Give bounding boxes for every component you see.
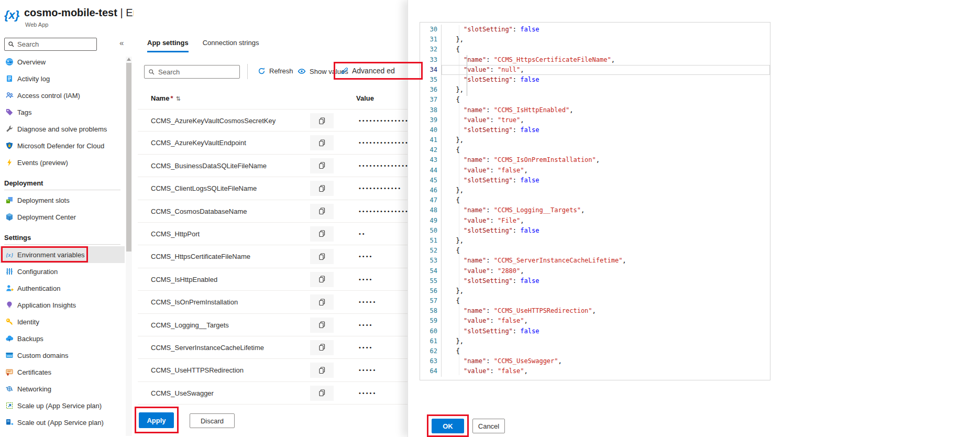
sidebar-item-label: Environment variables bbox=[17, 251, 85, 259]
refresh-icon bbox=[258, 67, 266, 75]
copy-icon bbox=[318, 184, 326, 193]
sidebar-item-label: Certificates bbox=[17, 368, 51, 376]
line-number: 45 bbox=[420, 176, 441, 185]
copy-name-button[interactable] bbox=[310, 386, 334, 401]
sidebar-item-label: Overview bbox=[17, 58, 46, 66]
environment-variables-page-icon: {x} bbox=[4, 8, 19, 22]
line-number: 56 bbox=[420, 286, 441, 296]
sidebar-item-tags[interactable]: Tags bbox=[0, 104, 125, 121]
sidebar-search-input[interactable] bbox=[17, 40, 91, 48]
masked-value: •••• bbox=[359, 268, 373, 291]
sidebar-item-label: Diagnose and solve problems bbox=[17, 125, 107, 133]
app-settings-search-box[interactable] bbox=[144, 65, 240, 79]
code-line-44: 44 "value": "false", bbox=[420, 166, 770, 176]
sidebar-item-deployment-slots[interactable]: Deployment slots bbox=[0, 192, 125, 209]
sidebar-item-access-control-iam[interactable]: Access control (IAM) bbox=[0, 87, 125, 104]
sidebar-item-scale-up-app-service-plan[interactable]: Scale up (App Service plan) bbox=[0, 397, 125, 414]
copy-name-button[interactable] bbox=[310, 340, 334, 355]
code-line-40: 40 "slotSetting": false bbox=[420, 125, 770, 135]
sidebar-item-authentication[interactable]: Authentication bbox=[0, 280, 125, 297]
sidebar-item-overview[interactable]: Overview bbox=[0, 53, 125, 70]
setting-name: CCMS_HttpsCertificateFileName bbox=[151, 245, 250, 268]
code-line-42: 42 { bbox=[420, 145, 770, 155]
code-line-59: 59 "value": "false", bbox=[420, 316, 770, 326]
copy-name-button[interactable] bbox=[310, 294, 334, 310]
code-line-34: 34 "value": "null", bbox=[420, 65, 770, 75]
setting-name: CCMS_ClientLogsSQLiteFileName bbox=[151, 177, 257, 200]
copy-name-button[interactable] bbox=[310, 226, 334, 242]
line-number: 46 bbox=[420, 185, 441, 195]
tab-app-settings[interactable]: App settings bbox=[147, 39, 189, 52]
code-line-53: 53 "name": "CCMS_ServerInstanceCacheLife… bbox=[420, 256, 770, 266]
line-number: 40 bbox=[420, 125, 441, 135]
name-column-header[interactable]: Name*⇅ bbox=[151, 94, 181, 102]
advanced-edit-label: Advanced ed bbox=[352, 67, 395, 75]
sidebar-item-networking[interactable]: Networking bbox=[0, 380, 125, 397]
copy-name-button[interactable] bbox=[310, 318, 334, 333]
copy-name-button[interactable] bbox=[310, 363, 334, 378]
masked-value: •••••••••••• bbox=[359, 177, 402, 200]
sidebar-item-label: Backups bbox=[17, 335, 43, 343]
setting-name: CCMS_IsOnPremInstallation bbox=[151, 291, 238, 313]
copy-name-button[interactable] bbox=[310, 249, 334, 264]
tab-connection-strings[interactable]: Connection strings bbox=[203, 39, 259, 52]
sidebar-item-microsoft-defender-for-cloud[interactable]: Microsoft Defender for Cloud bbox=[0, 137, 125, 154]
sidebar-scrollbar-thumb[interactable] bbox=[126, 63, 131, 252]
sidebar-item-configuration[interactable]: Configuration bbox=[0, 263, 125, 280]
sidebar-item-deployment-center[interactable]: Deployment Center bbox=[0, 209, 125, 225]
copy-name-button[interactable] bbox=[310, 204, 334, 219]
sidebar-item-scale-out-app-service-plan[interactable]: Scale out (App Service plan) bbox=[0, 414, 125, 431]
sidebar-scrollbar[interactable] bbox=[126, 57, 132, 436]
copy-icon bbox=[318, 298, 326, 307]
ok-button[interactable]: OK bbox=[432, 419, 464, 433]
setting-name: CCMS_AzureKeyVaultEndpoint bbox=[151, 132, 246, 154]
copy-name-button[interactable] bbox=[310, 272, 334, 287]
sidebar-item-backups[interactable]: Backups bbox=[0, 330, 125, 347]
sidebar-item-label: Custom domains bbox=[17, 352, 69, 359]
json-code-editor[interactable]: 30 "slotSetting": false31 },32 {33 "name… bbox=[420, 22, 770, 380]
sidebar-search-box[interactable] bbox=[4, 38, 97, 51]
copy-name-button[interactable] bbox=[310, 181, 334, 196]
line-number: 32 bbox=[420, 45, 441, 54]
cancel-button[interactable]: Cancel bbox=[472, 419, 505, 433]
sidebar-group-deployment: Deployment bbox=[0, 178, 125, 189]
scrollbar-up-arrow-icon[interactable] bbox=[127, 58, 131, 61]
advanced-edit-button[interactable]: Advanced ed bbox=[334, 62, 423, 80]
code-line-33: 33 "name": "CCMS_HttpsCertificateFileNam… bbox=[420, 55, 770, 65]
line-number: 38 bbox=[420, 105, 441, 115]
sidebar-item-certificates[interactable]: Certificates bbox=[0, 364, 125, 380]
sidebar-item-identity[interactable]: Identity bbox=[0, 313, 125, 330]
code-line-50: 50 "slotSetting": false bbox=[420, 226, 770, 236]
code-line-55: 55 "slotSetting": false bbox=[420, 276, 770, 286]
sidebar-item-application-insights[interactable]: Application Insights bbox=[0, 297, 125, 313]
setting-name: CCMS_AzureKeyVaultCosmosSecretKey bbox=[151, 110, 276, 132]
discard-button[interactable]: Discard bbox=[190, 413, 235, 428]
masked-value: •• bbox=[359, 223, 366, 245]
setting-name: CCMS_UseSwagger bbox=[151, 382, 214, 405]
line-number: 48 bbox=[420, 205, 441, 215]
collapse-menu-icon[interactable]: « bbox=[119, 38, 124, 47]
refresh-button[interactable]: Refresh bbox=[258, 67, 293, 75]
copy-name-button[interactable] bbox=[310, 135, 334, 150]
app-settings-search-input[interactable] bbox=[158, 68, 232, 76]
custom-domains-icon: www bbox=[5, 351, 14, 359]
line-number: 55 bbox=[420, 276, 441, 286]
sidebar-item-diagnose-and-solve-problems[interactable]: Diagnose and solve problems bbox=[0, 121, 125, 137]
copy-name-button[interactable] bbox=[310, 113, 334, 128]
sidebar-item-activity-log[interactable]: Activity log bbox=[0, 70, 125, 87]
sidebar-item-custom-domains[interactable]: wwwCustom domains bbox=[0, 347, 125, 364]
sidebar-item-label: Networking bbox=[17, 385, 51, 393]
sidebar-item-events-preview[interactable]: Events (preview) bbox=[0, 154, 125, 171]
line-number: 64 bbox=[420, 366, 441, 376]
apply-button[interactable]: Apply bbox=[139, 412, 174, 428]
code-line-45: 45 "slotSetting": false bbox=[420, 176, 770, 185]
sidebar-item-environment-variables[interactable]: {x}Environment variables bbox=[0, 246, 125, 263]
line-number: 63 bbox=[420, 356, 441, 366]
code-line-52: 52 { bbox=[420, 246, 770, 256]
sort-icon: ⇅ bbox=[175, 95, 180, 102]
overview-icon bbox=[5, 58, 14, 66]
line-number: 33 bbox=[420, 55, 441, 65]
env-vars-icon: {x} bbox=[5, 250, 14, 259]
setting-name: CCMS_ServerInstanceCacheLifetime bbox=[151, 336, 264, 359]
copy-name-button[interactable] bbox=[310, 158, 334, 173]
